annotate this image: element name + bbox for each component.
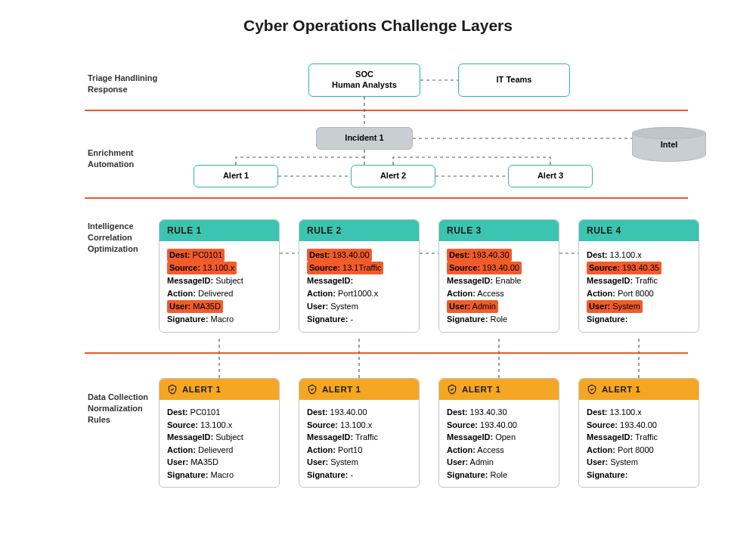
rule-card-4: RULE 4 Dest: 13.100.x Source: 193.40.35 … xyxy=(578,219,699,333)
divider-2 xyxy=(85,197,688,199)
rule-head: RULE 3 xyxy=(439,220,559,241)
cyl-intel-label: Intel xyxy=(661,140,678,149)
shield-icon xyxy=(447,384,457,395)
box-alert3: Alert 3 xyxy=(508,165,593,187)
rule-card-3: RULE 3 Dest: 193.40.30 Source: 193.40.00… xyxy=(438,219,559,333)
alert-card-4: ALERT 1 Dest: 13.100.x Source: 193.40.00… xyxy=(578,378,699,488)
page-title: Cyber Operations Challenge Layers xyxy=(0,17,756,35)
shield-icon xyxy=(307,384,318,395)
label-enrichment: EnrichmentAutomation xyxy=(88,147,134,170)
rule-head: RULE 4 xyxy=(579,220,699,241)
alert-head: ALERT 1 xyxy=(299,379,419,400)
alert-card-3: ALERT 1 Dest: 193.40.30 Source: 193.40.0… xyxy=(438,378,559,488)
rule-head: RULE 2 xyxy=(299,220,419,241)
box-alert2: Alert 2 xyxy=(351,165,435,187)
label-triage: Triage HandliningResponse xyxy=(88,73,157,95)
box-alert1: Alert 1 xyxy=(194,165,278,187)
label-datacollection: Data CollectionNormalizationRules xyxy=(88,392,148,426)
alert-card-2: ALERT 1 Dest: 193.40.00 Source: 13.100.x… xyxy=(299,378,420,488)
alert-head: ALERT 1 xyxy=(579,379,699,400)
divider-3 xyxy=(85,352,688,354)
rule-head: RULE 1 xyxy=(160,220,279,241)
shield-icon xyxy=(167,384,178,395)
rule-card-1: RULE 1 Dest: PC0101 Source: 13.100.x Mes… xyxy=(159,219,280,333)
rule-card-2: RULE 2 Dest: 193.40.00 Source: 13.1Traff… xyxy=(299,219,420,333)
box-it: IT Teams xyxy=(458,64,570,97)
alert-head: ALERT 1 xyxy=(160,379,279,400)
cyl-intel: Intel xyxy=(632,127,706,162)
box-soc: SOCHuman Analysts xyxy=(308,64,420,97)
box-incident: Incident 1 xyxy=(316,127,413,150)
divider-1 xyxy=(85,110,688,111)
alert-head: ALERT 1 xyxy=(439,379,559,400)
label-intelligence: IntelligenceCorrelationOptimization xyxy=(88,221,138,255)
alert-card-1: ALERT 1 Dest: PC0101 Source: 13.100.x Me… xyxy=(159,378,280,488)
shield-icon xyxy=(587,384,597,395)
